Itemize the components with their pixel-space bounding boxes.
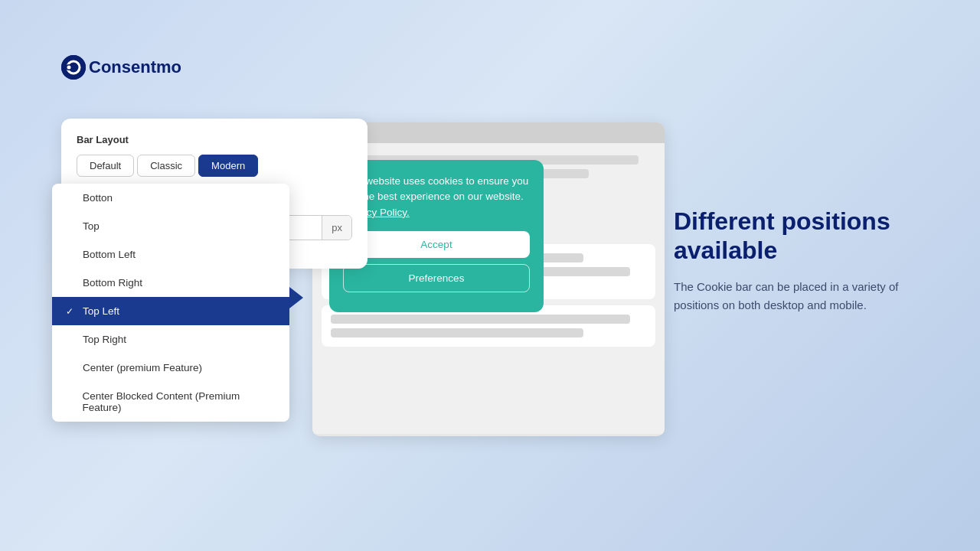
dropdown-item-center-blocked[interactable]: Center Blocked Content (Premium Feature) [52,382,289,422]
dropdown-item-top[interactable]: Top [52,212,289,240]
modern-layout-button[interactable]: Modern [198,155,258,177]
position-dropdown: Botton Top Bottom Left Bottom Right ✓ To… [52,184,289,422]
right-heading: Different positions available [674,207,919,266]
svg-point-3 [67,66,71,70]
dropdown-item-top-right[interactable]: Top Right [52,325,289,354]
dropdown-item-top-left[interactable]: ✓ Top Left [52,297,289,325]
check-selected-icon: ✓ [66,306,77,317]
dropdown-item-bottom-left[interactable]: Bottom Left [52,240,289,269]
preferences-button[interactable]: Preferences [343,264,530,292]
logo: Consentmo [61,55,181,80]
dropdown-item-botton[interactable]: Botton [52,184,289,212]
layout-buttons: Default Classic Modern [77,155,352,177]
browser-section-line-4 [331,315,630,324]
browser-section-line-5 [331,328,583,337]
classic-layout-button[interactable]: Classic [137,155,195,177]
dropdown-arrow [289,287,303,308]
logo-icon [61,55,86,80]
accept-button[interactable]: Accept [343,231,530,258]
right-body: The Cookie bar can be placed in a variet… [674,278,919,315]
default-layout-button[interactable]: Default [77,155,134,177]
cookie-message: This website uses cookies to ensure you … [343,174,530,220]
dropdown-item-bottom-right[interactable]: Bottom Right [52,269,289,297]
bar-layout-label: Bar Layout [77,134,352,145]
logo-text: Consentmo [89,57,181,77]
svg-point-0 [61,55,86,80]
pixel-unit: px [322,216,351,240]
right-content: Different positions available The Cookie… [674,207,919,315]
dropdown-item-center-premium[interactable]: Center (premium Feature) [52,354,289,382]
